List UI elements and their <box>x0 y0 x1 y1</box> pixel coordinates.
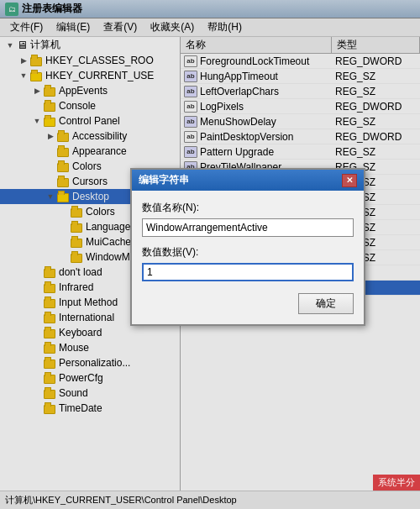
tree-item-accessibility[interactable]: ▶ Accessibility <box>0 129 180 144</box>
folder-icon <box>57 191 71 202</box>
dialog-title: 编辑字符串 <box>139 173 189 187</box>
tree-item-console[interactable]: Console <box>0 98 180 113</box>
tree-item-computer[interactable]: ▼ 🖥 计算机 <box>0 37 180 53</box>
tree-item-timedate[interactable]: TimeDate <box>0 401 180 416</box>
expander-icon <box>30 99 44 113</box>
expander-icon: ▶ <box>44 129 57 143</box>
folder-icon <box>44 115 57 127</box>
list-row-name: ab ForegroundLockTimeout <box>181 55 332 67</box>
expander-icon <box>44 175 57 188</box>
tree-item-appevents[interactable]: ▶ AppEvents <box>0 83 180 98</box>
expander-icon: ▶ <box>17 54 30 67</box>
tree-item-sound[interactable]: Sound <box>0 386 180 401</box>
folder-icon <box>44 281 57 293</box>
menu-view[interactable]: 查看(V) <box>97 18 144 36</box>
folder-icon <box>44 296 57 308</box>
reg-dword-icon: ab <box>184 101 197 113</box>
dialog-button-row: 确定 <box>142 293 354 314</box>
folder-icon <box>30 55 44 66</box>
expander-icon: ▼ <box>3 39 17 52</box>
reg-sz-icon: ab <box>184 146 197 158</box>
tree-item-classes-root[interactable]: ▶ HKEY_CLASSES_ROO <box>0 53 180 68</box>
tree-item-appearance[interactable]: Appearance <box>0 144 180 159</box>
computer-icon: 🖥 <box>17 39 28 51</box>
expander-icon: ▼ <box>44 190 57 203</box>
folder-icon <box>57 145 71 157</box>
expander-icon <box>44 160 57 173</box>
tree-item-personalization[interactable]: Personalizatio... <box>0 355 180 370</box>
tree-item-powercfg[interactable]: PowerCfg <box>0 370 180 386</box>
expander-icon <box>30 311 44 324</box>
dialog-body: 数值名称(N): 数值数据(V): 确定 <box>132 191 364 324</box>
list-row[interactable]: ab HungAppTimeout REG_SZ <box>181 69 420 84</box>
menu-favorites[interactable]: 收藏夹(A) <box>144 18 201 36</box>
tree-item-mouse[interactable]: Mouse <box>0 340 180 355</box>
dialog-close-button[interactable]: ✕ <box>342 174 357 187</box>
folder-icon <box>57 160 71 172</box>
list-row-name: ab HungAppTimeout <box>181 71 332 82</box>
dialog-confirm-button[interactable]: 确定 <box>298 293 354 314</box>
expander-icon <box>57 205 71 218</box>
folder-icon <box>44 357 57 369</box>
menu-bar: 文件(F) 编辑(E) 查看(V) 收藏夹(A) 帮助(H) <box>0 18 420 37</box>
dialog-data-label: 数值数据(V): <box>142 245 354 260</box>
list-row-type: REG_DWORD <box>332 131 420 143</box>
menu-file[interactable]: 文件(F) <box>3 18 50 36</box>
list-row[interactable]: ab Pattern Upgrade REG_SZ <box>181 144 420 160</box>
expander-icon: ▶ <box>30 84 44 97</box>
folder-icon <box>71 236 84 248</box>
folder-icon <box>71 206 84 218</box>
list-row[interactable]: ab MenuShowDelay REG_SZ <box>181 114 420 129</box>
folder-icon <box>44 372 57 384</box>
expander-icon <box>30 356 44 370</box>
edit-string-dialog[interactable]: 编辑字符串 ✕ 数值名称(N): 数值数据(V): 确定 <box>130 168 365 326</box>
tree-item-current-user[interactable]: ▼ HKEY_CURRENT_USE <box>0 68 180 83</box>
title-bar: 🗂 注册表编辑器 <box>0 0 420 18</box>
expander-icon <box>30 326 44 339</box>
list-row[interactable]: ab LogPixels REG_DWORD <box>181 99 420 114</box>
folder-icon <box>44 312 57 323</box>
list-row-name: ab LeftOverlapChars <box>181 86 332 97</box>
expander-icon <box>30 341 44 354</box>
folder-icon <box>44 387 57 399</box>
list-row-name: ab LogPixels <box>181 101 332 113</box>
list-row-type: REG_DWORD <box>332 101 420 113</box>
tree-item-control-panel[interactable]: ▼ Control Panel <box>0 113 180 129</box>
folder-icon <box>44 342 57 354</box>
reg-dword-icon: ab <box>184 131 197 143</box>
folder-icon <box>44 266 57 278</box>
tree-item-keyboard[interactable]: Keyboard <box>0 325 180 340</box>
expander-icon: ▼ <box>17 69 30 82</box>
header-name: 名称 <box>181 37 332 53</box>
dialog-name-input[interactable] <box>142 218 354 237</box>
list-row-name: ab Pattern Upgrade <box>181 146 332 158</box>
watermark: 系统半分 <box>373 475 420 491</box>
reg-sz-icon: ab <box>184 86 197 97</box>
list-row[interactable]: ab PaintDesktopVersion REG_DWORD <box>181 129 420 144</box>
status-text: 计算机\HKEY_CURRENT_USER\Control Panel\Desk… <box>5 494 237 506</box>
expander-icon <box>57 220 71 234</box>
expander-icon <box>30 265 44 279</box>
folder-icon <box>71 251 84 263</box>
expander-icon <box>30 371 44 385</box>
expander-icon <box>30 386 44 400</box>
folder-icon <box>44 85 57 97</box>
reg-sz-icon: ab <box>184 71 197 82</box>
list-row[interactable]: ab LeftOverlapChars REG_SZ <box>181 84 420 99</box>
menu-help[interactable]: 帮助(H) <box>201 18 249 36</box>
app-title: 注册表编辑器 <box>22 2 82 16</box>
list-row-name: ab MenuShowDelay <box>181 116 332 128</box>
folder-icon <box>30 70 44 81</box>
status-bar: 计算机\HKEY_CURRENT_USER\Control Panel\Desk… <box>0 491 420 509</box>
menu-edit[interactable]: 编辑(E) <box>50 18 97 36</box>
app-icon: 🗂 <box>5 3 18 16</box>
folder-icon <box>57 176 71 187</box>
expander-icon <box>30 296 44 309</box>
list-header: 名称 类型 <box>181 37 420 54</box>
list-row-name: ab PaintDesktopVersion <box>181 131 332 143</box>
dialog-data-input[interactable] <box>142 263 354 281</box>
folder-icon <box>44 402 57 414</box>
list-row-type: REG_SZ <box>332 71 420 82</box>
folder-icon <box>44 327 57 338</box>
list-row[interactable]: ab ForegroundLockTimeout REG_DWORD <box>181 54 420 69</box>
